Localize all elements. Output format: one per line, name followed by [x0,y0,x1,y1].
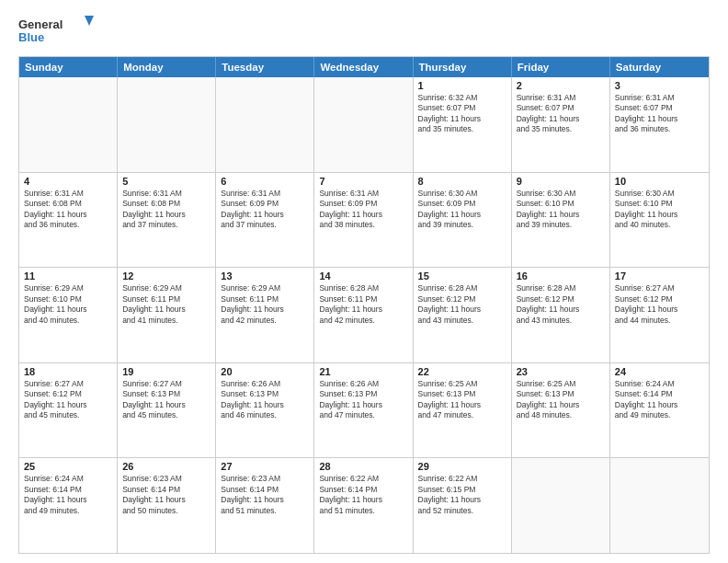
day-number: 6 [221,176,309,187]
day-number: 8 [418,176,506,187]
calendar-body: 1Sunrise: 6:32 AM Sunset: 6:07 PM Daylig… [19,77,709,553]
day-number: 14 [319,270,407,282]
day-cell-empty-4-5 [512,458,610,553]
day-info: Sunrise: 6:26 AM Sunset: 6:13 PM Dayligh… [221,379,309,421]
day-info: Sunrise: 6:25 AM Sunset: 6:13 PM Dayligh… [517,379,605,421]
day-cell-1: 1Sunrise: 6:32 AM Sunset: 6:07 PM Daylig… [414,77,512,172]
day-number: 3 [615,80,704,91]
day-info: Sunrise: 6:27 AM Sunset: 6:13 PM Dayligh… [122,379,210,421]
day-cell-empty-0-0 [19,77,118,172]
day-cell-23: 23Sunrise: 6:25 AM Sunset: 6:13 PM Dayli… [512,363,610,458]
day-number: 9 [517,176,605,187]
day-info: Sunrise: 6:31 AM Sunset: 6:08 PM Dayligh… [122,189,210,231]
day-cell-16: 16Sunrise: 6:28 AM Sunset: 6:12 PM Dayli… [512,268,610,362]
day-info: Sunrise: 6:30 AM Sunset: 6:09 PM Dayligh… [418,189,506,231]
day-info: Sunrise: 6:31 AM Sunset: 6:09 PM Dayligh… [221,189,309,231]
day-cell-empty-0-1 [118,77,216,172]
day-cell-17: 17Sunrise: 6:27 AM Sunset: 6:12 PM Dayli… [610,268,709,362]
day-number: 13 [221,270,309,282]
day-cell-12: 12Sunrise: 6:29 AM Sunset: 6:11 PM Dayli… [118,268,216,362]
weekday-header-wednesday: Wednesday [314,57,413,77]
day-cell-9: 9Sunrise: 6:30 AM Sunset: 6:10 PM Daylig… [512,173,610,268]
day-number: 10 [615,176,704,187]
day-number: 18 [24,366,112,377]
day-cell-24: 24Sunrise: 6:24 AM Sunset: 6:14 PM Dayli… [610,363,709,458]
weekday-header-saturday: Saturday [610,57,709,77]
svg-text:Blue: Blue [18,30,44,44]
day-info: Sunrise: 6:29 AM Sunset: 6:11 PM Dayligh… [221,283,309,326]
day-cell-6: 6Sunrise: 6:31 AM Sunset: 6:09 PM Daylig… [216,173,314,268]
logo: General Blue [18,14,101,49]
page: General Blue SundayMondayTuesdayWednesda… [0,0,728,563]
day-number: 2 [517,80,605,91]
day-cell-5: 5Sunrise: 6:31 AM Sunset: 6:08 PM Daylig… [118,173,216,268]
day-cell-3: 3Sunrise: 6:31 AM Sunset: 6:07 PM Daylig… [610,77,709,172]
day-cell-10: 10Sunrise: 6:30 AM Sunset: 6:10 PM Dayli… [610,173,709,268]
day-number: 23 [517,366,605,377]
day-cell-21: 21Sunrise: 6:26 AM Sunset: 6:13 PM Dayli… [314,363,413,458]
logo-svg: General Blue [18,14,101,49]
day-number: 7 [319,176,407,187]
day-number: 28 [319,461,407,472]
day-info: Sunrise: 6:31 AM Sunset: 6:09 PM Dayligh… [319,189,407,231]
svg-text:General: General [18,17,63,31]
day-info: Sunrise: 6:29 AM Sunset: 6:10 PM Dayligh… [24,283,112,326]
day-number: 22 [418,366,506,377]
weekday-header-thursday: Thursday [414,57,512,77]
day-info: Sunrise: 6:31 AM Sunset: 6:07 PM Dayligh… [615,93,704,135]
day-cell-22: 22Sunrise: 6:25 AM Sunset: 6:13 PM Dayli… [414,363,512,458]
svg-marker-2 [85,16,94,26]
day-number: 25 [24,461,112,472]
day-cell-13: 13Sunrise: 6:29 AM Sunset: 6:11 PM Dayli… [216,268,314,362]
day-cell-14: 14Sunrise: 6:28 AM Sunset: 6:11 PM Dayli… [314,268,413,362]
day-number: 16 [517,270,605,282]
day-number: 21 [319,366,407,377]
day-info: Sunrise: 6:28 AM Sunset: 6:12 PM Dayligh… [517,283,605,326]
day-cell-8: 8Sunrise: 6:30 AM Sunset: 6:09 PM Daylig… [414,173,512,268]
day-info: Sunrise: 6:28 AM Sunset: 6:11 PM Dayligh… [319,283,407,326]
day-info: Sunrise: 6:24 AM Sunset: 6:14 PM Dayligh… [615,379,704,421]
calendar: SundayMondayTuesdayWednesdayThursdayFrid… [18,56,710,554]
calendar-row-4: 25Sunrise: 6:24 AM Sunset: 6:14 PM Dayli… [19,457,709,553]
weekday-header-tuesday: Tuesday [216,57,314,77]
day-cell-20: 20Sunrise: 6:26 AM Sunset: 6:13 PM Dayli… [216,363,314,458]
day-cell-28: 28Sunrise: 6:22 AM Sunset: 6:14 PM Dayli… [314,458,413,553]
day-number: 15 [418,270,506,282]
day-info: Sunrise: 6:23 AM Sunset: 6:14 PM Dayligh… [122,474,210,516]
day-number: 1 [418,80,506,91]
day-info: Sunrise: 6:23 AM Sunset: 6:14 PM Dayligh… [221,474,309,516]
calendar-row-2: 11Sunrise: 6:29 AM Sunset: 6:10 PM Dayli… [19,267,709,362]
day-cell-19: 19Sunrise: 6:27 AM Sunset: 6:13 PM Dayli… [118,363,216,458]
calendar-row-1: 4Sunrise: 6:31 AM Sunset: 6:08 PM Daylig… [19,172,709,268]
day-cell-empty-4-6 [610,458,709,553]
day-info: Sunrise: 6:27 AM Sunset: 6:12 PM Dayligh… [24,379,112,421]
day-cell-11: 11Sunrise: 6:29 AM Sunset: 6:10 PM Dayli… [19,268,118,362]
header: General Blue [18,14,710,49]
day-number: 5 [122,176,210,187]
day-number: 12 [122,270,210,282]
day-cell-empty-0-2 [216,77,314,172]
day-cell-empty-0-3 [314,77,413,172]
day-cell-2: 2Sunrise: 6:31 AM Sunset: 6:07 PM Daylig… [512,77,610,172]
day-number: 19 [122,366,210,377]
weekday-header-sunday: Sunday [19,57,118,77]
day-cell-15: 15Sunrise: 6:28 AM Sunset: 6:12 PM Dayli… [414,268,512,362]
day-number: 29 [418,461,506,472]
day-info: Sunrise: 6:28 AM Sunset: 6:12 PM Dayligh… [418,283,506,326]
calendar-row-0: 1Sunrise: 6:32 AM Sunset: 6:07 PM Daylig… [19,77,709,172]
day-number: 17 [615,270,704,282]
calendar-row-3: 18Sunrise: 6:27 AM Sunset: 6:12 PM Dayli… [19,362,709,458]
day-cell-29: 29Sunrise: 6:22 AM Sunset: 6:15 PM Dayli… [414,458,512,553]
day-info: Sunrise: 6:24 AM Sunset: 6:14 PM Dayligh… [24,474,112,516]
day-info: Sunrise: 6:30 AM Sunset: 6:10 PM Dayligh… [517,189,605,231]
day-info: Sunrise: 6:30 AM Sunset: 6:10 PM Dayligh… [615,189,704,231]
day-info: Sunrise: 6:27 AM Sunset: 6:12 PM Dayligh… [615,283,704,326]
day-cell-18: 18Sunrise: 6:27 AM Sunset: 6:12 PM Dayli… [19,363,118,458]
day-info: Sunrise: 6:22 AM Sunset: 6:14 PM Dayligh… [319,474,407,516]
day-number: 20 [221,366,309,377]
day-info: Sunrise: 6:31 AM Sunset: 6:07 PM Dayligh… [517,93,605,135]
day-number: 26 [122,461,210,472]
calendar-header: SundayMondayTuesdayWednesdayThursdayFrid… [19,57,709,77]
day-cell-25: 25Sunrise: 6:24 AM Sunset: 6:14 PM Dayli… [19,458,118,553]
day-cell-7: 7Sunrise: 6:31 AM Sunset: 6:09 PM Daylig… [314,173,413,268]
